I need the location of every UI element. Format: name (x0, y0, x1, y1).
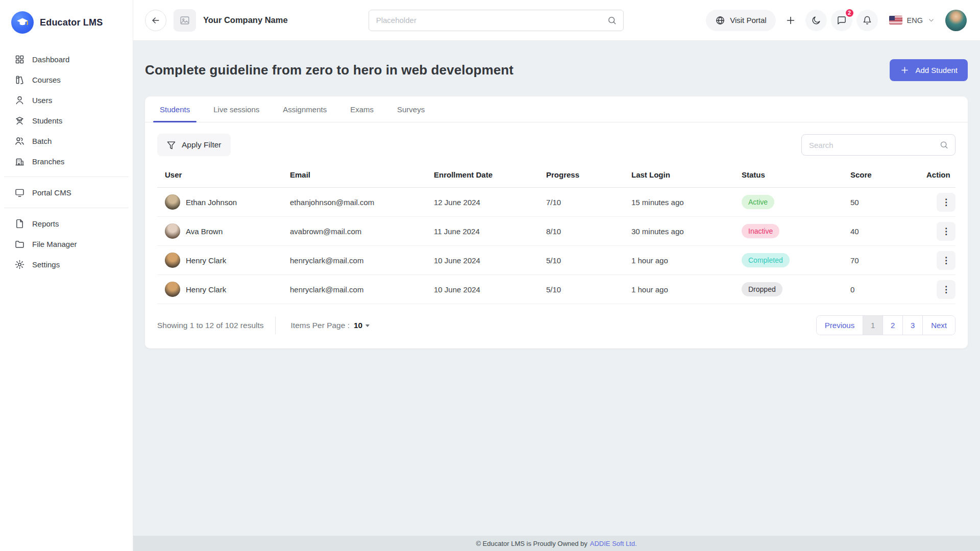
global-search (369, 10, 624, 31)
sidebar-item[interactable]: Users (0, 90, 133, 110)
enrollment-date: 12 June 2024 (426, 198, 538, 207)
search-icon[interactable] (607, 15, 617, 26)
student-email: avabrown@mail.com (282, 227, 426, 236)
column-header-email: Email (282, 170, 426, 179)
global-search-input[interactable] (369, 10, 624, 31)
students-card: Students Live sessions Assignments Exams… (145, 96, 968, 348)
score-value: 0 (843, 285, 919, 294)
table-toolbar: Apply Filter (145, 122, 968, 164)
table-header-row: User Email Enrollment Date Progress Last… (157, 166, 955, 188)
topbar-actions: Visit Portal 2 ENG (706, 10, 967, 31)
student-avatar (165, 282, 180, 297)
sidebar-item[interactable]: Settings (0, 254, 133, 274)
items-per-page-select[interactable]: 10 (354, 321, 370, 330)
dark-mode-toggle[interactable] (805, 10, 827, 31)
last-login: 15 minutes ago (624, 198, 734, 207)
people-icon (14, 136, 25, 146)
students-table: User Email Enrollment Date Progress Last… (157, 166, 955, 304)
items-per-page-label: Items Per Page : (291, 321, 350, 330)
visit-portal-button[interactable]: Visit Portal (706, 10, 775, 31)
pagination-button[interactable]: 3 (902, 316, 922, 335)
last-login: 1 hour ago (624, 256, 734, 265)
brand[interactable]: Educator LMS (0, 9, 133, 45)
footer-divider (275, 317, 276, 334)
column-header-user: User (157, 170, 282, 179)
messages-button[interactable]: 2 (831, 10, 852, 31)
tab[interactable]: Live sessions (212, 96, 261, 122)
sidebar-item[interactable]: Batch (0, 131, 133, 151)
enrollment-date: 11 June 2024 (426, 227, 538, 236)
student-name: Henry Clark (186, 256, 226, 265)
column-header-score: Score (843, 170, 919, 179)
sidebar-item-label: Users (32, 96, 52, 105)
footer-text: © Educator LMS is Proudly Owned by (476, 540, 587, 547)
score-value: 70 (843, 256, 919, 265)
row-actions-menu-button[interactable]: ⋮ (937, 222, 955, 241)
row-actions-menu-button[interactable]: ⋮ (937, 251, 955, 270)
table-footer: Showing 1 to 12 of 102 results Items Per… (145, 304, 968, 348)
row-actions-menu-button[interactable]: ⋮ (937, 280, 955, 299)
items-per-page: Items Per Page : 10 (291, 321, 370, 330)
student-email: henryclark@mail.com (282, 285, 426, 294)
apply-filter-button[interactable]: Apply Filter (157, 134, 231, 156)
sidebar-item[interactable]: Students (0, 110, 133, 131)
table-search-input[interactable] (801, 134, 955, 156)
student-avatar (165, 253, 180, 268)
student-avatar (165, 194, 180, 210)
sidebar-item[interactable]: Reports (0, 213, 133, 234)
pagination-button[interactable]: Next (922, 316, 955, 335)
back-button[interactable] (145, 10, 166, 31)
pagination-button[interactable]: 2 (883, 316, 902, 335)
search-icon[interactable] (939, 140, 949, 150)
row-actions-menu-button[interactable]: ⋮ (937, 193, 955, 212)
course-tabs: Students Live sessions Assignments Exams… (145, 96, 968, 122)
sidebar-item-label: Courses (32, 76, 61, 84)
tab[interactable]: Students (158, 96, 191, 122)
sidebar-item[interactable]: Courses (0, 69, 133, 90)
plus-icon (785, 15, 796, 26)
add-student-button[interactable]: Add Student (890, 59, 968, 81)
status-badge: Inactive (742, 224, 779, 238)
sidebar-item[interactable]: File Manager (0, 234, 133, 254)
user-avatar[interactable] (945, 10, 967, 31)
sidebar-item-label: Settings (32, 260, 60, 269)
messages-badge: 2 (845, 8, 854, 18)
tab[interactable]: Exams (349, 96, 375, 122)
sidebar-item-label: Students (32, 116, 62, 125)
sidebar-item[interactable]: Portal CMS (0, 182, 133, 203)
sidebar-item[interactable]: Branches (0, 151, 133, 171)
folder-icon (14, 239, 25, 249)
notifications-button[interactable] (856, 10, 878, 31)
monitor-icon (14, 187, 25, 198)
gear-icon (14, 259, 25, 270)
pagination: Previous 1 2 3 Next (816, 315, 955, 335)
addie-soft-link[interactable]: ADDIE Soft Ltd. (590, 540, 637, 547)
sidebar-item-label: Portal CMS (32, 188, 71, 197)
pagination-button[interactable]: Previous (817, 316, 863, 335)
chat-icon (837, 15, 847, 26)
tab[interactable]: Assignments (281, 96, 328, 122)
sidebar-item-label: Branches (32, 157, 64, 166)
status-badge: Completed (742, 253, 790, 267)
pagination-button[interactable]: 1 (863, 316, 883, 335)
bell-icon (862, 15, 872, 26)
column-header-action: Action (919, 170, 957, 179)
company-name: Your Company Name (203, 15, 288, 25)
globe-icon (715, 15, 725, 26)
company-logo-placeholder[interactable] (174, 9, 196, 32)
add-quick-button[interactable] (780, 10, 801, 31)
visit-portal-label: Visit Portal (730, 16, 766, 24)
books-icon (14, 74, 25, 85)
status-badge: Active (742, 195, 774, 209)
enrollment-date: 10 June 2024 (426, 256, 538, 265)
page-footer: © Educator LMS is Proudly Owned by ADDIE… (133, 536, 980, 551)
score-value: 40 (843, 227, 919, 236)
sidebar-item[interactable]: Dashboard (0, 49, 133, 69)
sidebar-item-label: File Manager (32, 240, 77, 248)
page-title: Complete guideline from zero to hero in … (145, 62, 513, 78)
language-selector[interactable]: ENG (889, 16, 935, 24)
dashboard-grid-icon (14, 54, 25, 65)
tab[interactable]: Surveys (396, 96, 426, 122)
progress-value: 5/10 (538, 256, 624, 265)
brand-name: Educator LMS (40, 17, 103, 28)
